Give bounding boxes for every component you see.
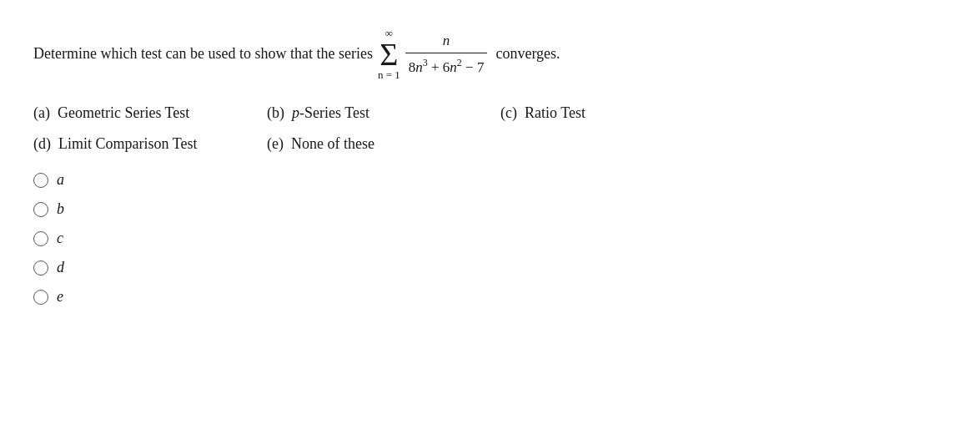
option-e-text: None of these — [291, 135, 374, 152]
radio-group: a b c d e — [33, 171, 947, 306]
option-d-text: Limit Comparison Test — [58, 135, 197, 152]
option-d-label: (d) — [33, 135, 58, 152]
option-a-text: Geometric Series Test — [58, 104, 189, 121]
radio-item-c[interactable]: c — [33, 230, 947, 247]
option-b-label: (b) p-Series Test — [267, 104, 369, 121]
radio-label-d: d — [57, 259, 64, 276]
radio-label-c: c — [57, 230, 63, 247]
radio-circle-a — [33, 173, 48, 188]
options-row-1: (a) Geometric Series Test (b) p-Series T… — [33, 101, 947, 125]
radio-item-d[interactable]: d — [33, 259, 947, 276]
sigma-bottom-limit: n = 1 — [378, 67, 400, 83]
radio-label-b: b — [57, 200, 64, 218]
option-e: (e) None of these — [267, 132, 500, 156]
radio-circle-c — [33, 231, 48, 246]
question-prefix: Determine which test can be used to show… — [33, 43, 373, 65]
radio-circle-b — [33, 202, 48, 217]
option-placeholder — [500, 132, 834, 156]
fraction-numerator: n — [440, 30, 454, 53]
option-c-text: Ratio Test — [525, 104, 585, 121]
option-b: (b) p-Series Test — [267, 101, 500, 125]
series-fraction: n 8n3 + 6n2 − 7 — [405, 30, 488, 78]
option-c: (c) Ratio Test — [500, 101, 834, 125]
radio-label-e: e — [57, 288, 63, 306]
sigma-symbol: Σ — [379, 38, 398, 70]
sigma-symbol-wrap: ∞ Σ n = 1 — [378, 25, 400, 83]
option-a-label: (a) — [33, 104, 58, 121]
radio-label-a: a — [57, 171, 64, 189]
radio-item-a[interactable]: a — [33, 171, 947, 189]
radio-item-b[interactable]: b — [33, 200, 947, 218]
option-e-label: (e) — [267, 135, 291, 152]
option-d: (d) Limit Comparison Test — [33, 132, 267, 156]
radio-circle-e — [33, 290, 48, 305]
radio-item-e[interactable]: e — [33, 288, 947, 306]
series-notation: ∞ Σ n = 1 n 8n3 + 6n2 − 7 — [378, 25, 491, 83]
fraction-denominator: 8n3 + 6n2 − 7 — [405, 53, 488, 78]
option-a: (a) Geometric Series Test — [33, 101, 267, 125]
question-suffix: converges. — [495, 43, 560, 65]
option-c-label: (c) — [500, 104, 525, 121]
radio-circle-d — [33, 260, 48, 276]
question-text: Determine which test can be used to show… — [33, 25, 947, 83]
options-row-2: (d) Limit Comparison Test (e) None of th… — [33, 132, 947, 156]
